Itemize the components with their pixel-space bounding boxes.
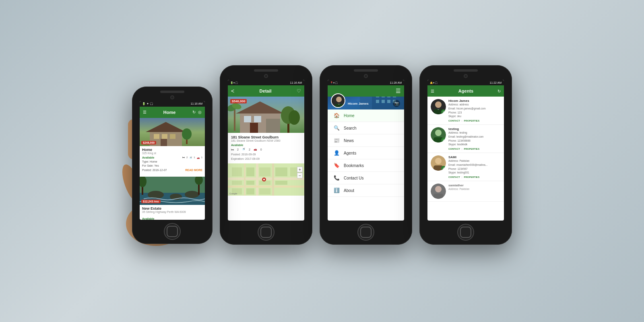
- phone-3-menu-item-home[interactable]: 🏠 Home: [328, 109, 404, 122]
- phone-1-location-icon[interactable]: ◎: [198, 110, 202, 114]
- phone-4-agent-1-separator: |: [462, 120, 462, 122]
- phone-2-heart-icon[interactable]: ♡: [297, 88, 301, 94]
- phone-4-agent-1-contact-btn[interactable]: CONTACT: [448, 120, 460, 122]
- phone-4-agent-2-skype: Skype: tesdkkdk: [448, 142, 501, 147]
- phone-4-agent-2-properties-btn[interactable]: PROPERTIES: [464, 148, 479, 150]
- phone-4-refresh-icon[interactable]: ↻: [497, 89, 501, 93]
- svg-rect-17: [170, 134, 175, 139]
- phone-4-agent-1-avatar: ✓: [431, 99, 446, 114]
- phone-3-menu-about-label: About: [344, 188, 354, 193]
- phone-4-time: 11:22 AM: [489, 81, 502, 84]
- phone-1-listing-1-address: 325 King st: [142, 152, 202, 155]
- phone-1-home-button-inner: [167, 226, 178, 237]
- phone-1-bed-icon: 🛏: [182, 156, 185, 159]
- phone-3-status-icons-left: 📍✦🎧: [330, 81, 338, 84]
- svg-rect-34: [244, 116, 251, 122]
- phone-1-listing-1-status-row: Available 🛏 2 🚿 1 🚗 1: [142, 155, 202, 160]
- phone-3: 📍✦🎧 11:28 AM: [320, 65, 412, 245]
- svg-rect-16: [162, 134, 167, 139]
- phone-1-beds: 2: [186, 156, 188, 159]
- phone-4-agent-3-email: Email: msamiather009@mailina...: [448, 163, 501, 167]
- phone-4-agent-2-phone-val: 123456666: [457, 139, 471, 142]
- phone-4-agent-1-name: Hicom James: [448, 99, 501, 103]
- phone-4-agent-1-properties-btn[interactable]: PROPERTIES: [464, 120, 479, 122]
- phone-4-agent-4-address-val: Pakistan: [459, 188, 469, 190]
- phone-4-agent-3-properties-btn[interactable]: PROPERTIES: [464, 176, 479, 178]
- phone-3-status-bar: 📍✦🎧 11:28 AM: [328, 80, 404, 85]
- map-zoom-in[interactable]: +: [297, 167, 303, 172]
- phone-2-back-icon[interactable]: <: [231, 88, 234, 94]
- phone-2-detail-content: 181 Sloane Street Goulburn 181 Sloane St…: [228, 133, 304, 163]
- phone-2-title: Detail: [260, 89, 272, 93]
- svg-rect-40: [234, 109, 235, 131]
- phone-3-menu-item-agents[interactable]: 👤 Agents: [328, 147, 404, 159]
- phone-3-camera-btn[interactable]: 📷: [393, 100, 400, 107]
- phone-4-agent-3-skype-val: testing001: [457, 171, 469, 174]
- phone-2-camera: [264, 74, 268, 78]
- phone-2-header: < Detail ♡: [228, 85, 304, 97]
- phone-4-agent-1-actions: CONTACT | PROPERTIES: [448, 120, 501, 122]
- phone-2-status-left: 🔋✦🎧: [230, 81, 238, 84]
- phone-1-read-more[interactable]: READ MORE: [185, 168, 202, 173]
- phone-4-agent-3-avatar: ✓: [431, 155, 446, 171]
- phone-2-expiration-label: Expiration:: [231, 157, 245, 160]
- phone-3-menu-item-contact[interactable]: 📞 Contact Us: [328, 172, 404, 184]
- phone-1-home-button[interactable]: [164, 223, 181, 240]
- svg-rect-76: [387, 100, 390, 103]
- phone-4-agent-2-skype-val: tesdkkdk: [457, 143, 468, 146]
- phone-4-agent-2-address-val: testing: [459, 131, 467, 134]
- svg-point-93: [435, 186, 442, 192]
- phone-3-menu-home-label: Home: [344, 114, 355, 118]
- phone-2-address-sub: 181 Sloane Street Goulburn NSW 2580: [231, 139, 301, 142]
- phone-3-search-icon: 🔍: [333, 125, 340, 131]
- phone-1-posted-value: 2016-12-07: [153, 169, 167, 171]
- phone-3-menu-item-about[interactable]: ℹ️ About: [328, 184, 404, 197]
- phone-4-agent-1: ✓ Hicom James Address: address Email: hi…: [427, 97, 504, 125]
- phone-1-bath-icon: 🚿: [189, 156, 192, 159]
- phone-4-agent-3-actions: CONTACT | PROPERTIES: [448, 176, 501, 178]
- svg-rect-52: [275, 167, 287, 176]
- svg-point-87: [435, 130, 442, 136]
- phone-4-agent-3-address-val: Pakistan: [459, 159, 469, 162]
- phone-3-status-icons: 📍✦🎧: [330, 81, 338, 84]
- svg-rect-59: [246, 188, 254, 194]
- phone-1-camera: [170, 95, 174, 99]
- phone-3-menu-item-bookmarks[interactable]: 🔖 Bookmarks: [328, 159, 404, 172]
- phone-4-agent-2-info: testing Address: testing Email: testing@…: [448, 127, 501, 150]
- phone-3-menu-icon[interactable]: ☰: [396, 88, 401, 94]
- phone-4-agent-2-address: Address: testing: [448, 131, 501, 135]
- phone-4-home-button[interactable]: [457, 224, 474, 241]
- phone-1-refresh-icon[interactable]: ↻: [192, 110, 196, 114]
- phone-1-speaker: [160, 91, 184, 93]
- phone-4-agent-2-actions: CONTACT | PROPERTIES: [448, 148, 501, 150]
- phone-3-menu-item-search[interactable]: 🔍 Search: [328, 122, 404, 134]
- phone-3-news-icon: 📰: [333, 138, 340, 143]
- svg-rect-45: [256, 163, 258, 196]
- phone-1-listing-1-info: Home 325 King st Available 🛏 2 🚿 1 🚗 1: [140, 146, 205, 174]
- map-svg: [228, 163, 304, 196]
- phone-3-home-icon: 🏠: [333, 113, 340, 118]
- phone-2-parking: 0: [260, 148, 262, 151]
- phone-4-menu-icon[interactable]: ☰: [431, 89, 434, 93]
- phone-4-agent-2-contact-btn[interactable]: CONTACT: [448, 148, 460, 150]
- phone-1-car-icon: 🚗: [197, 156, 200, 159]
- map-zoom-out[interactable]: −: [297, 173, 303, 178]
- phone-3-agent-header: ☰ Hicom James 📷: [328, 85, 404, 109]
- phone-2-map[interactable]: + − Google: [228, 163, 304, 196]
- svg-point-39: [289, 110, 300, 125]
- phone-4: 🔔✦🎧 11:22 AM ☰ Agents ↻: [419, 65, 512, 245]
- svg-point-25: [185, 191, 199, 198]
- phone-3-menu-item-news[interactable]: 📰 News: [328, 134, 404, 147]
- phone-2-home-button[interactable]: [258, 224, 275, 241]
- phone-2-bed-icon: 🛏: [231, 148, 234, 151]
- phone-4-screen: 🔔✦🎧 11:22 AM ☰ Agents ↻: [427, 80, 504, 221]
- phone-3-menu-agents-label: Agents: [344, 151, 356, 155]
- phone-4-agent-3-contact-btn[interactable]: CONTACT: [448, 176, 460, 178]
- phone-4-agent-4-info: samiather Address: Pakistan: [448, 184, 501, 191]
- phone-3-home-button[interactable]: [357, 224, 374, 241]
- phone-1-screen: 🔋 ✦ 🎧 11:16 AM ☰ Home ↻ ◎: [140, 101, 205, 220]
- phone-1-menu-icon[interactable]: ☰: [143, 110, 147, 114]
- phone-4-agent-2-separator: |: [462, 148, 462, 150]
- phone-4-agent-3-name: SAMI: [448, 155, 501, 159]
- phone-4-agent-3-email-val: msamiather009@mailina...: [456, 163, 487, 166]
